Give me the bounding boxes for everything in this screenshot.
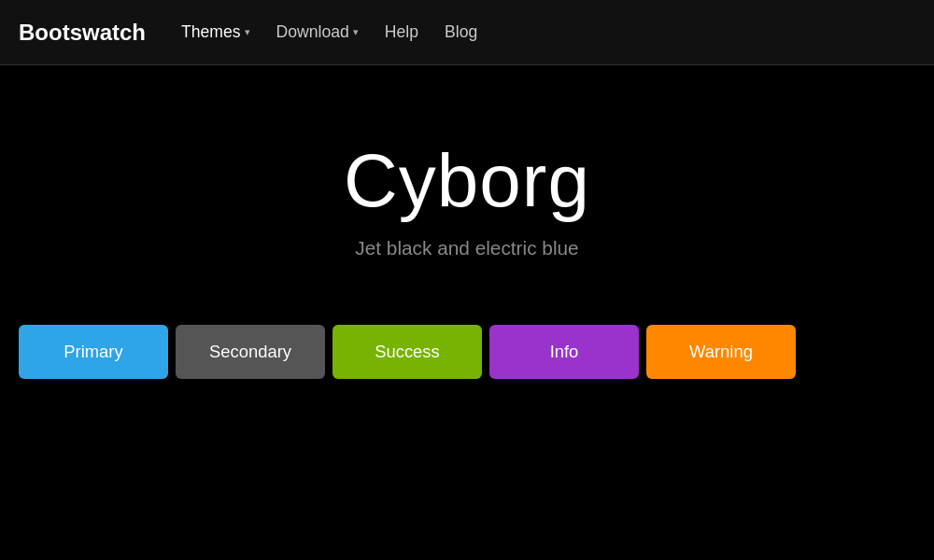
success-button[interactable]: Success	[333, 325, 482, 379]
hero-title: Cyborg	[344, 140, 590, 222]
help-label: Help	[385, 22, 418, 42]
blog-nav-link[interactable]: Blog	[432, 15, 490, 49]
hero-subtitle: Jet black and electric blue	[355, 237, 578, 259]
hero-section: Cyborg Jet black and electric blue	[0, 65, 934, 297]
primary-button[interactable]: Primary	[19, 325, 168, 379]
navbar: Bootswatch Themes ▾ Download ▾ Help Blog	[0, 0, 934, 65]
secondary-button[interactable]: Secondary	[176, 325, 325, 379]
info-button[interactable]: Info	[489, 325, 639, 379]
themes-label: Themes	[181, 22, 241, 42]
buttons-row: Primary Secondary Success Info Warning	[0, 325, 934, 379]
warning-button[interactable]: Warning	[646, 325, 796, 379]
download-nav-link[interactable]: Download ▾	[263, 15, 372, 49]
download-chevron-icon: ▾	[353, 26, 359, 38]
download-label: Download	[276, 22, 349, 42]
brand-link[interactable]: Bootswatch	[19, 20, 146, 46]
themes-chevron-icon: ▾	[245, 26, 250, 38]
themes-nav-link[interactable]: Themes ▾	[168, 15, 263, 49]
blog-label: Blog	[445, 22, 477, 42]
help-nav-link[interactable]: Help	[372, 15, 432, 49]
